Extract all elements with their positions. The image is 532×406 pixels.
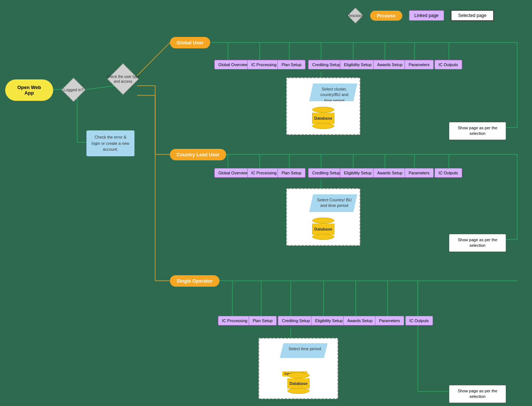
open-web-app[interactable]: Open Web App xyxy=(5,79,53,101)
show-page-2: Show page as per the selection xyxy=(449,234,506,252)
row1-crediting-setup[interactable]: Crediting Setup xyxy=(308,60,344,69)
global-user-node[interactable]: Global User xyxy=(170,37,210,48)
logged-in-label: Logged in? xyxy=(59,87,88,92)
row2-awards-setup[interactable]: Awards Setup xyxy=(373,168,406,178)
row2-global-overview[interactable]: Global Overview xyxy=(214,168,252,178)
select-time-para: Select time period xyxy=(280,343,328,358)
row2-plan-setup[interactable]: Plan Setup xyxy=(277,168,306,178)
row2-ic-outputs[interactable]: IC Outputs xyxy=(434,168,462,178)
row1-ic-outputs[interactable]: IC Outputs xyxy=(434,60,462,69)
row3-ic-processing[interactable]: IC Processing xyxy=(218,316,251,325)
row2-crediting-setup[interactable]: Crediting Setup xyxy=(308,168,344,178)
global-selection-box: Select cluster, country/BU and time peri… xyxy=(286,78,360,135)
row1-eligibility-setup[interactable]: Eligibility Setup xyxy=(340,60,376,69)
show-page-1: Show page as per the selection xyxy=(449,122,506,140)
row3-eligibility-setup[interactable]: Eligibility Setup xyxy=(311,316,347,325)
error-note: Check the error & login or create a new … xyxy=(86,130,134,156)
legend: Descision Prcoess Linked page Selected p… xyxy=(347,7,494,24)
row1-global-overview[interactable]: Global Overview xyxy=(214,60,252,69)
database-2: Database xyxy=(312,218,334,240)
row3-ic-outputs[interactable]: IC Outputs xyxy=(405,316,433,325)
country-lead-node[interactable]: Country Lead User xyxy=(170,149,226,160)
legend-linked: Linked page xyxy=(409,10,444,21)
logged-in-diamond: Logged in? xyxy=(61,77,86,102)
show-page-3: Show page as per the selection xyxy=(449,385,506,403)
database-1: Database xyxy=(312,107,334,129)
row1-plan-setup[interactable]: Plan Setup xyxy=(277,60,306,69)
single-operator-node[interactable]: Single Operator xyxy=(170,275,219,287)
row3-crediting-setup[interactable]: Crediting Setup xyxy=(278,316,314,325)
row2-eligibility-setup[interactable]: Eligibility Setup xyxy=(340,168,376,178)
row3-parameters[interactable]: Parameters xyxy=(375,316,404,325)
decision-label: Descision xyxy=(347,14,363,18)
row3-awards-setup[interactable]: Awards Setup xyxy=(343,316,376,325)
select-cluster-para: Select cluster, country/BU and time peri… xyxy=(309,83,357,101)
row3-plan-setup[interactable]: Plan Setup xyxy=(249,316,277,325)
row1-parameters[interactable]: Parameters xyxy=(405,60,434,69)
legend-selected: Selected page xyxy=(451,10,494,21)
select-country-para: Select Country/ BU and time period xyxy=(309,194,357,212)
row2-parameters[interactable]: Parameters xyxy=(405,168,434,178)
selected-label: Selected page xyxy=(451,10,494,21)
single-selection-box: Select time period Fetch from db Databas… xyxy=(259,338,338,399)
check-type-label: Check the user type and access xyxy=(106,74,140,84)
row1-ic-processing[interactable]: IC Processing xyxy=(247,60,280,69)
database-3: Database xyxy=(287,372,310,394)
row2-ic-processing[interactable]: IC Processing xyxy=(247,168,280,178)
country-selection-box: Select Country/ BU and time period Datab… xyxy=(286,188,360,246)
linked-label: Linked page xyxy=(409,10,444,21)
svg-line-2 xyxy=(137,42,170,76)
legend-process: Prcoess xyxy=(370,11,402,21)
legend-decision: Descision xyxy=(347,7,364,24)
check-type-diamond: Check the user type and access xyxy=(108,64,138,94)
process-label: Prcoess xyxy=(370,11,402,21)
row1-awards-setup[interactable]: Awards Setup xyxy=(373,60,406,69)
